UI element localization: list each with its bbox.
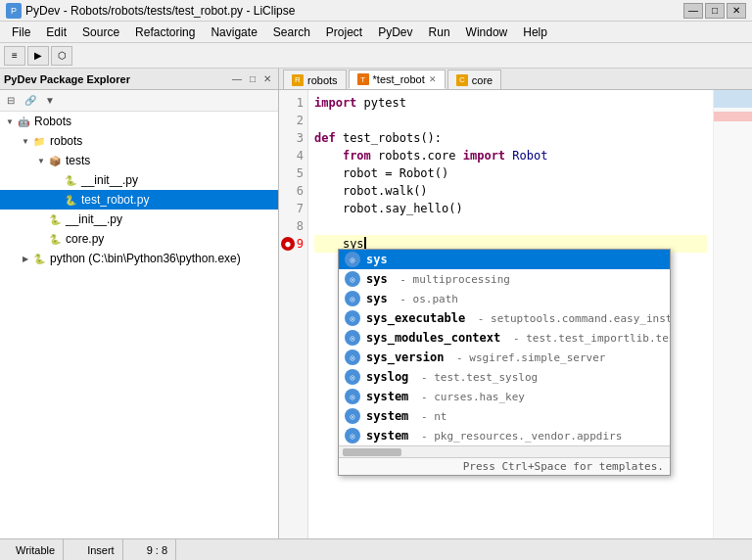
ac-item-sys-modules[interactable]: ◎ sys_modules_context - test.test_import… (339, 328, 670, 348)
label-init-tests: __init__.py (81, 173, 138, 187)
tab-robots[interactable]: R robots (283, 70, 347, 89)
icon-tests: 📦 (47, 153, 63, 168)
menu-help[interactable]: Help (515, 23, 555, 41)
menu-refactoring[interactable]: Refactoring (127, 23, 203, 41)
ac-name-syslog: syslog (366, 370, 408, 384)
ac-item-system-curses[interactable]: ◎ system - curses.has_key (339, 387, 670, 406)
toolbar-btn-2[interactable]: ▶ (27, 46, 49, 66)
tab-close-test-robot[interactable]: ✕ (429, 74, 437, 84)
toolbar-btn-3[interactable]: ⬡ (51, 46, 72, 66)
menu-run[interactable]: Run (421, 23, 458, 41)
ac-item-system-nt[interactable]: ◎ system - nt (339, 406, 670, 426)
menu-search[interactable]: Search (265, 23, 318, 41)
panel-minimize-btn[interactable]: — (229, 72, 245, 85)
icon-robots-folder: 📁 (31, 133, 47, 149)
panel-close-btn[interactable]: ✕ (260, 72, 274, 85)
tree-item-test-robot[interactable]: 🐍 test_robot.py (0, 190, 278, 210)
ac-footer-text: Press Ctrl+Space for templates. (339, 457, 670, 475)
menu-file[interactable]: File (4, 23, 38, 41)
label-init-robots: __init__.py (66, 212, 122, 226)
tab-core[interactable]: C core (447, 70, 501, 89)
tree-item-init-robots[interactable]: 🐍 __init__.py (0, 210, 278, 229)
panel-maximize-btn[interactable]: □ (247, 72, 258, 85)
line-num-3: 3 (279, 129, 307, 147)
maximize-button[interactable]: □ (705, 3, 725, 19)
tree-item-robots-folder[interactable]: ▼ 📁 robots (0, 131, 278, 151)
status-position-text: 9 : 8 (147, 544, 167, 556)
window-controls[interactable]: — □ ✕ (683, 3, 746, 19)
code-editor[interactable]: import pytest def test_robots(): from ro… (308, 90, 713, 538)
close-button[interactable]: ✕ (727, 3, 746, 19)
tree-item-init-tests[interactable]: 🐍 __init__.py (0, 170, 278, 190)
line-num-8: 8 (279, 217, 307, 235)
menu-pydev[interactable]: PyDev (370, 23, 420, 41)
icon-init-robots: 🐍 (47, 211, 63, 227)
toolbar-btn-1[interactable]: ≡ (4, 46, 25, 66)
menu-navigate[interactable]: Navigate (203, 23, 264, 41)
tree-item-tests[interactable]: ▼ 📦 tests (0, 151, 278, 170)
collapse-all-btn[interactable]: ⊟ (2, 92, 20, 110)
ac-desc-sys-mp: - multiprocessing (394, 273, 510, 286)
ac-desc-sys-pkg: - pkg_resources._vendor.appdirs (414, 430, 622, 443)
menu-source[interactable]: Source (74, 23, 127, 41)
code-text-7: robot.say_hello() (314, 202, 463, 215)
code-line-2 (314, 112, 707, 129)
code-text-1: pytest (356, 96, 406, 110)
tree-item-robots-project[interactable]: ▼ 🤖 Robots (0, 112, 278, 131)
keyword-import-1: import (314, 96, 356, 110)
main-toolbar: ≡ ▶ ⬡ (0, 43, 752, 69)
menu-project[interactable]: Project (318, 23, 370, 41)
tree-item-python-lib[interactable]: ▶ 🐍 python (C:\bin\Python36\python.exe) (0, 249, 278, 268)
keyword-def: def (314, 131, 336, 145)
ac-horizontal-scroll[interactable] (339, 445, 670, 457)
ac-desc-sys-ver: - wsgiref.simple_server (449, 351, 605, 364)
icon-robots: 🤖 (16, 114, 31, 129)
minimize-button[interactable]: — (683, 3, 703, 19)
code-line-5: robot = Robot() (314, 164, 707, 182)
ac-item-syslog[interactable]: ◎ syslog - test.test_syslog (339, 367, 670, 387)
editor-area: 1 2 3 4 5 6 7 8 ● 9 import pytest (279, 90, 752, 538)
keyword-import-4: import (463, 149, 505, 163)
tab-icon-core: C (456, 74, 468, 86)
label-test-robot: test_robot.py (81, 193, 149, 207)
ac-item-sys-ospath[interactable]: ◎ sys - os.path (339, 289, 670, 308)
ac-icon-sys-exec: ◎ (345, 310, 360, 326)
line-num-1: 1 (279, 94, 307, 112)
link-editor-btn[interactable]: 🔗 (22, 92, 39, 110)
arrow-test-robot (51, 196, 63, 205)
line-num-4: 4 (279, 147, 307, 164)
code-line-4: from robots.core import Robot (314, 147, 707, 164)
ac-item-sys-executable[interactable]: ◎ sys_executable - setuptools.command.ea… (339, 308, 670, 328)
ac-desc-sys-exec: - setuptools.command.easy_install (471, 312, 670, 325)
code-text-6: robot.walk() (314, 184, 428, 198)
ac-item-sys-multiprocessing[interactable]: ◎ sys - multiprocessing (339, 269, 670, 289)
label-robots-folder: robots (50, 134, 82, 148)
ac-icon-sys-nt: ◎ (345, 408, 360, 424)
main-container: PyDev Package Explorer — □ ✕ ⊟ 🔗 ▼ ▼ 🤖 R… (0, 69, 752, 538)
code-line-7: robot.say_hello() (314, 200, 707, 217)
autocomplete-dropdown: ◎ sys ◎ sys - multiprocessing ◎ sys - os… (338, 249, 671, 476)
tree-item-core[interactable]: 🐍 core.py (0, 229, 278, 249)
ac-name-sys-exec: sys_executable (366, 311, 465, 325)
ac-icon-sys-ver: ◎ (345, 350, 360, 365)
status-position: 9 : 8 (139, 539, 176, 560)
status-mode: Insert (79, 539, 123, 560)
view-menu-btn[interactable]: ▼ (41, 92, 59, 110)
icon-test-robot: 🐍 (63, 192, 78, 208)
menu-window[interactable]: Window (458, 23, 516, 41)
arrow-core (35, 235, 47, 244)
ac-icon-syslog: ◎ (345, 369, 360, 385)
ac-icon-sys-pkg: ◎ (345, 428, 360, 443)
status-writable-text: Writable (16, 544, 55, 556)
ac-item-system-pkg[interactable]: ◎ system - pkg_resources._vendor.appdirs (339, 426, 670, 445)
package-explorer-panel: PyDev Package Explorer — □ ✕ ⊟ 🔗 ▼ ▼ 🤖 R… (0, 69, 279, 538)
ac-item-sys-version[interactable]: ◎ sys_version - wsgiref.simple_server (339, 348, 670, 367)
ac-desc-syslog: - test.test_syslog (414, 371, 538, 384)
ac-item-sys-1[interactable]: ◎ sys (339, 250, 670, 269)
tab-test-robot[interactable]: T *test_robot ✕ (349, 70, 446, 89)
title-bar: P PyDev - Robots/robots/tests/test_robot… (0, 0, 752, 22)
menu-edit[interactable]: Edit (38, 23, 74, 41)
panel-title: PyDev Package Explorer (4, 73, 130, 85)
arrow-init-robots (35, 215, 47, 224)
ac-name-sys-ver: sys_version (366, 350, 444, 364)
